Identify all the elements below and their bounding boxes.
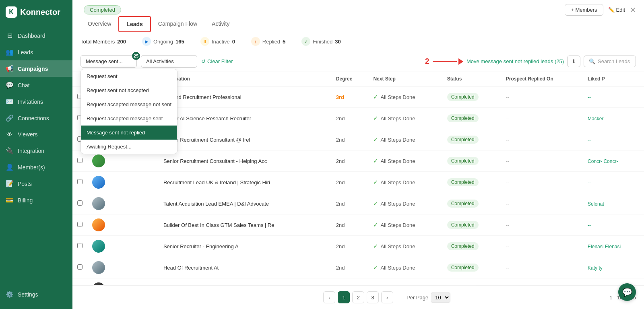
chat-bubble-button[interactable]: 💬	[618, 283, 636, 301]
topbar: Completed + Members ✏️ Edit ✕	[72, 0, 644, 16]
tabs-row: Overview Leads Campaign Flow Activity	[72, 16, 644, 32]
sidebar-item-members[interactable]: 👤 Member(s)	[0, 159, 72, 175]
sidebar-item-label: Viewers	[18, 131, 38, 138]
row-replied-on: --	[501, 86, 583, 108]
filter-badge-count: 25	[132, 52, 140, 60]
row-avatar-name	[87, 214, 159, 236]
sidebar-item-campaigns[interactable]: 📢 Campaigns	[0, 60, 72, 77]
avatar	[92, 282, 105, 285]
refresh-icon: ↺	[201, 58, 206, 64]
row-degree: 3rd	[331, 278, 369, 286]
lead-name-cell	[92, 197, 154, 210]
row-checkbox-cell	[72, 193, 87, 214]
row-status: Completed	[442, 214, 501, 236]
row-replied-on: --	[501, 214, 583, 236]
stats-bar: Total Members 200 ▶ Ongoing 165 ⏸ Inacti…	[72, 32, 644, 51]
col-liked-p: Liked P	[583, 72, 644, 86]
sidebar-item-billing[interactable]: 💳 Billing	[0, 192, 72, 208]
sidebar: K Konnector ⊞ Dashboard 👥 Leads 📢 Campai…	[0, 0, 72, 309]
sidebar-item-dashboard[interactable]: ⊞ Dashboard	[0, 27, 72, 44]
page-1-button[interactable]: 1	[338, 291, 350, 303]
sidebar-item-viewers[interactable]: 👁 Viewers	[0, 126, 72, 142]
invitations-icon: ✉️	[6, 98, 14, 105]
row-degree: 2nd	[331, 257, 369, 278]
row-occupation	[159, 278, 331, 286]
avatar	[92, 261, 105, 274]
message-filter-dropdown[interactable]: Message sent... 25	[80, 55, 137, 68]
sidebar-item-leads[interactable]: 👥 Leads	[0, 44, 72, 60]
dropdown-item-request-accepted-sent[interactable]: Request accepted message sent	[81, 111, 177, 126]
sidebar-item-connections[interactable]: 🔗 Connections	[0, 110, 72, 126]
sidebar-item-label: Dashboard	[18, 33, 45, 39]
leads-icon: 👥	[6, 48, 14, 56]
check-circle-icon: ✓	[373, 136, 378, 143]
status-badge: Completed	[84, 5, 121, 14]
row-status: Completed	[442, 236, 501, 257]
activity-select[interactable]: All Activities	[141, 55, 197, 68]
avatar	[92, 240, 105, 253]
row-next-step: ✓ All Steps Done	[368, 278, 442, 286]
viewers-icon: 👁	[6, 131, 14, 138]
search-leads-input[interactable]: 🔍 Search Leads	[584, 56, 636, 67]
table-row: Builder Of Best In Class GTM Sales Teams…	[72, 214, 644, 236]
search-icon: 🔍	[589, 58, 595, 64]
tab-overview[interactable]: Overview	[80, 16, 118, 32]
row-checkbox-cell	[72, 214, 87, 236]
sidebar-item-posts[interactable]: 📝 Posts	[0, 175, 72, 192]
page-2-button[interactable]: 2	[352, 291, 364, 303]
sidebar-item-invitations[interactable]: ✉️ Invitations	[0, 93, 72, 110]
row-next-step: ✓ All Steps Done	[368, 129, 442, 150]
check-circle-icon: ✓	[373, 200, 378, 207]
row-checkbox[interactable]	[77, 243, 83, 248]
next-page-button[interactable]: ›	[381, 291, 393, 303]
sidebar-nav: ⊞ Dashboard 👥 Leads 📢 Campaigns 💬 Chat ✉…	[0, 24, 72, 283]
row-checkbox[interactable]	[77, 179, 83, 184]
stat-total-members: Total Members 200	[80, 39, 126, 45]
row-occupation: Senior Recruiter - Engineering A	[159, 236, 331, 257]
sidebar-item-label: Invitations	[18, 99, 43, 105]
dropdown-item-request-not-accepted[interactable]: Request sent not accepted	[81, 83, 177, 97]
annotation-arrow-line	[433, 61, 457, 62]
row-status: Completed	[442, 129, 501, 150]
annotation-2: 2	[425, 57, 463, 66]
row-checkbox[interactable]	[77, 222, 83, 227]
row-occupation: HR And Recruitment Professional	[159, 86, 331, 108]
row-occupation: Recruitment Lead UK & Ireland | Strategi…	[159, 172, 331, 193]
col-replied-on: Prospect Replied On	[501, 72, 583, 86]
per-page-select[interactable]: 10 25 50	[431, 293, 450, 303]
tab-activity[interactable]: Activity	[204, 16, 237, 32]
row-avatar-name	[87, 172, 159, 193]
dropdown-item-awaiting[interactable]: Awaiting Request...	[81, 140, 177, 154]
row-checkbox[interactable]	[77, 158, 83, 163]
dropdown-item-request-accepted-not-sent[interactable]: Request accepted message not sent	[81, 97, 177, 111]
row-checkbox[interactable]	[77, 200, 83, 206]
clear-filter-button[interactable]: ↺ Clear Filter	[201, 58, 233, 64]
move-link[interactable]: Move message sent not replied leads (25)	[466, 58, 564, 64]
page-3-button[interactable]: 3	[367, 291, 379, 303]
edit-button[interactable]: ✏️ Edit	[608, 7, 625, 13]
sidebar-item-settings[interactable]: ⚙️ Settings	[0, 286, 72, 303]
tab-campaign-flow[interactable]: Campaign Flow	[151, 16, 204, 32]
row-avatar-name	[87, 236, 159, 257]
row-next-step: ✓ All Steps Done	[368, 150, 442, 172]
sidebar-item-label: Billing	[18, 197, 33, 204]
dropdown-item-request-sent[interactable]: Request sent	[81, 69, 177, 83]
sidebar-item-chat[interactable]: 💬 Chat	[0, 77, 72, 93]
row-status: Completed	[442, 257, 501, 278]
stat-replied: ↑ Replied 5	[251, 37, 285, 46]
sidebar-item-label: Member(s)	[18, 164, 45, 171]
download-button[interactable]: ⬇	[567, 56, 580, 67]
members-button[interactable]: + Members	[565, 4, 603, 16]
close-button[interactable]: ✕	[630, 6, 636, 14]
activities-dropdown[interactable]: All Activities	[141, 55, 197, 68]
sidebar-item-integration[interactable]: 🔌 Integration	[0, 142, 72, 159]
tab-leads[interactable]: Leads	[118, 16, 151, 32]
row-replied-on: --	[501, 129, 583, 150]
brand-logo: K Konnector	[0, 0, 72, 24]
prev-page-button[interactable]: ‹	[323, 291, 335, 303]
message-filter-select[interactable]: Message sent...	[80, 55, 137, 68]
row-checkbox[interactable]	[77, 264, 83, 270]
dropdown-item-message-not-replied[interactable]: Message sent not replied 1	[81, 126, 177, 140]
row-avatar-name	[87, 193, 159, 214]
row-liked-p: --	[583, 278, 644, 286]
